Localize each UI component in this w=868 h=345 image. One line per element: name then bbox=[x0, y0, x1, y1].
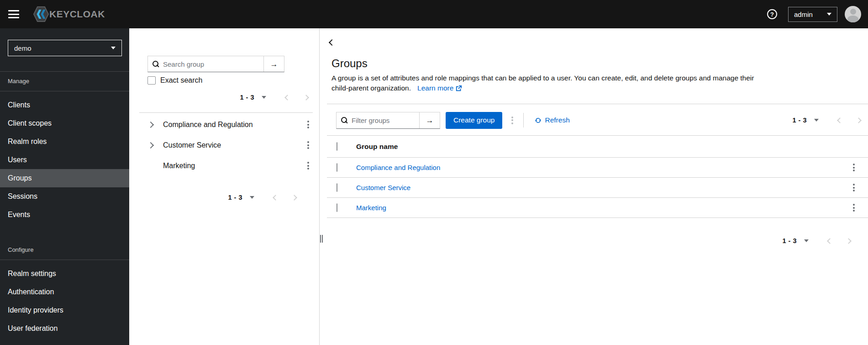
search-submit-button[interactable]: → bbox=[263, 56, 284, 72]
username: admin bbox=[794, 11, 813, 18]
sidebar-item-clients[interactable]: Clients bbox=[0, 96, 129, 114]
realm-select-value: demo bbox=[14, 44, 32, 52]
tree-pagination-top: 1 - 3 bbox=[147, 90, 308, 104]
hamburger-menu-icon[interactable] bbox=[8, 10, 19, 18]
kebab-menu-icon[interactable] bbox=[305, 139, 311, 151]
chevron-down-icon[interactable] bbox=[262, 96, 266, 99]
pagination-prev-icon[interactable] bbox=[827, 238, 833, 244]
pagination-next-icon[interactable] bbox=[291, 195, 297, 201]
panel-drag-handle[interactable] bbox=[320, 234, 323, 243]
main-content: Groups A group is a set of attributes an… bbox=[320, 28, 868, 345]
keycloak-logo-graphic: KEYCLOAK bbox=[33, 6, 110, 22]
toolbar-kebab-menu-icon[interactable] bbox=[510, 115, 515, 126]
pagination-range: 1 - 3 bbox=[792, 117, 807, 124]
refresh-icon bbox=[535, 117, 542, 124]
exact-search-row: Exact search bbox=[147, 76, 313, 85]
pagination-next-icon[interactable] bbox=[856, 117, 862, 123]
pagination-prev-icon[interactable] bbox=[284, 95, 290, 101]
nav-section-title: Manage bbox=[0, 72, 129, 91]
groups-tree-list: Compliance and Regulation Customer Servi… bbox=[147, 114, 313, 176]
masthead: KEYCLOAK ? admin bbox=[0, 0, 868, 28]
page-title: Groups bbox=[331, 57, 861, 70]
chevron-right-icon[interactable] bbox=[147, 142, 154, 148]
column-header-group-name: Group name bbox=[356, 143, 840, 151]
pagination-range: 1 - 3 bbox=[228, 194, 242, 201]
chevron-down-icon[interactable] bbox=[814, 119, 819, 122]
external-link-icon bbox=[456, 85, 462, 91]
description-line1: A group is a set of attributes and role … bbox=[331, 73, 861, 83]
tree-item-label[interactable]: Compliance and Regulation bbox=[163, 121, 253, 129]
sidebar-item-realm-settings[interactable]: Realm settings bbox=[0, 265, 129, 283]
kebab-menu-icon[interactable] bbox=[851, 162, 857, 173]
arrow-right-icon: → bbox=[270, 60, 278, 68]
search-icon bbox=[341, 117, 348, 124]
filter-submit-button[interactable]: → bbox=[419, 112, 440, 128]
kebab-menu-icon[interactable] bbox=[851, 182, 857, 193]
collapse-panel-button[interactable] bbox=[330, 39, 334, 46]
table-pagination-top: 1 - 3 bbox=[792, 113, 861, 127]
table-row: Compliance and Regulation bbox=[327, 158, 868, 178]
table-header-row: Group name bbox=[327, 136, 868, 158]
select-all-checkbox[interactable] bbox=[337, 142, 337, 151]
pagination-prev-icon[interactable] bbox=[273, 195, 279, 201]
group-link[interactable]: Customer Service bbox=[356, 184, 410, 191]
avatar[interactable] bbox=[845, 6, 861, 22]
sidebar-item-users[interactable]: Users bbox=[0, 151, 129, 169]
sidebar: demo Manage Clients Client scopes Realm … bbox=[0, 28, 129, 345]
group-search-input-group: → bbox=[147, 56, 284, 72]
user-dropdown[interactable]: admin bbox=[788, 7, 837, 22]
nav-section-manage: Manage Clients Client scopes Realm roles… bbox=[0, 72, 129, 224]
pagination-prev-icon[interactable] bbox=[837, 117, 843, 123]
sidebar-item-events[interactable]: Events bbox=[0, 206, 129, 224]
pagination-next-icon[interactable] bbox=[303, 95, 309, 101]
pagination-next-icon[interactable] bbox=[846, 238, 852, 244]
divider bbox=[327, 104, 868, 104]
sidebar-item-realm-roles[interactable]: Realm roles bbox=[0, 133, 129, 151]
groups-tree-panel: → Exact search 1 - 3 Compliance and Regu… bbox=[129, 28, 320, 345]
pagination-range: 1 - 3 bbox=[782, 237, 797, 244]
table-row: Marketing bbox=[327, 198, 868, 218]
table-pagination-bottom: 1 - 3 bbox=[327, 234, 851, 248]
search-group-input[interactable] bbox=[163, 60, 263, 68]
kebab-menu-icon[interactable] bbox=[851, 202, 857, 213]
sidebar-item-authentication[interactable]: Authentication bbox=[0, 283, 129, 301]
realm-selector-container: demo bbox=[0, 28, 129, 72]
create-group-button[interactable]: Create group bbox=[446, 112, 502, 129]
realm-select[interactable]: demo bbox=[8, 40, 122, 56]
nav-section-configure: Configure Realm settings Authentication … bbox=[0, 240, 129, 338]
exact-search-label[interactable]: Exact search bbox=[160, 76, 202, 85]
chevron-right-icon[interactable] bbox=[147, 121, 154, 127]
row-checkbox[interactable] bbox=[337, 203, 337, 212]
page-description: A group is a set of attributes and role … bbox=[331, 73, 861, 93]
tree-item[interactable]: Compliance and Regulation bbox=[147, 114, 313, 135]
sidebar-item-sessions[interactable]: Sessions bbox=[0, 187, 129, 206]
refresh-button[interactable]: Refresh bbox=[535, 116, 569, 124]
kebab-menu-icon[interactable] bbox=[305, 119, 311, 130]
tree-pagination-bottom: 1 - 3 bbox=[147, 191, 296, 204]
learn-more-link[interactable]: Learn more bbox=[417, 83, 462, 93]
group-link[interactable]: Marketing bbox=[356, 204, 386, 212]
group-link[interactable]: Compliance and Regulation bbox=[356, 164, 440, 171]
divider bbox=[139, 112, 313, 113]
sidebar-item-user-federation[interactable]: User federation bbox=[0, 319, 129, 338]
tree-item-label[interactable]: Customer Service bbox=[163, 141, 221, 149]
chevron-down-icon[interactable] bbox=[250, 196, 254, 199]
groups-toolbar: → Create group Refresh 1 - 3 bbox=[327, 111, 861, 129]
chevron-down-icon[interactable] bbox=[804, 239, 809, 242]
chevron-down-icon bbox=[111, 47, 116, 49]
sidebar-item-groups[interactable]: Groups bbox=[0, 169, 129, 187]
tree-item[interactable]: Customer Service bbox=[147, 135, 313, 155]
row-checkbox[interactable] bbox=[337, 163, 337, 172]
exact-search-checkbox[interactable] bbox=[147, 76, 156, 85]
filter-input-group: → bbox=[336, 112, 440, 129]
sidebar-item-identity-providers[interactable]: Identity providers bbox=[0, 301, 129, 319]
row-checkbox[interactable] bbox=[337, 183, 337, 192]
filter-groups-input[interactable] bbox=[352, 117, 419, 124]
tree-item-label[interactable]: Marketing bbox=[163, 162, 195, 170]
tree-item[interactable]: Marketing bbox=[147, 155, 313, 176]
kebab-menu-icon[interactable] bbox=[305, 160, 311, 171]
help-icon[interactable]: ? bbox=[767, 9, 777, 19]
sidebar-item-client-scopes[interactable]: Client scopes bbox=[0, 114, 129, 133]
keycloak-logo: KEYCLOAK bbox=[33, 6, 110, 22]
chevron-left-icon bbox=[329, 39, 335, 46]
